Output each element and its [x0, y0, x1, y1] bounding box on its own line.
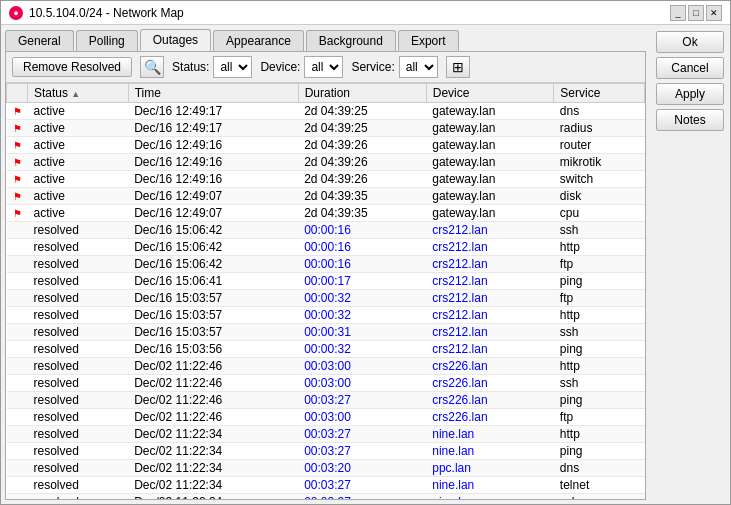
table-row[interactable]: resolved Dec/16 15:06:42 00:00:16 crs212… [7, 222, 645, 239]
remove-resolved-button[interactable]: Remove Resolved [12, 57, 132, 77]
status-filter: Status: all [172, 56, 252, 78]
row-flag [7, 409, 28, 426]
apply-button[interactable]: Apply [656, 83, 724, 105]
row-flag: ⚑ [7, 205, 28, 222]
row-duration: 2d 04:39:35 [298, 205, 426, 222]
status-select[interactable]: all [213, 56, 252, 78]
row-flag [7, 426, 28, 443]
notes-button[interactable]: Notes [656, 109, 724, 131]
table-row[interactable]: resolved Dec/02 11:22:46 00:03:00 crs226… [7, 358, 645, 375]
flag-icon: ⚑ [13, 123, 22, 134]
row-duration: 00:03:00 [298, 409, 426, 426]
table-row[interactable]: resolved Dec/16 15:06:41 00:00:17 crs212… [7, 273, 645, 290]
table-row[interactable]: ⚑ active Dec/16 12:49:16 2d 04:39:26 gat… [7, 154, 645, 171]
row-device: gateway.lan [426, 205, 554, 222]
tab-appearance[interactable]: Appearance [213, 30, 304, 51]
row-device: crs226.lan [426, 409, 554, 426]
table-row[interactable]: ⚑ active Dec/16 12:49:17 2d 04:39:25 gat… [7, 103, 645, 120]
row-status: active [28, 120, 129, 137]
flag-icon: ⚑ [13, 157, 22, 168]
row-time: Dec/16 12:49:16 [128, 137, 298, 154]
table-row[interactable]: resolved Dec/16 15:06:42 00:00:16 crs212… [7, 256, 645, 273]
row-flag [7, 392, 28, 409]
table-row[interactable]: ⚑ active Dec/16 12:49:17 2d 04:39:25 gat… [7, 120, 645, 137]
row-duration: 00:03:27 [298, 426, 426, 443]
table-row[interactable]: resolved Dec/02 11:22:34 00:03:27 nine.l… [7, 477, 645, 494]
toolbar: Remove Resolved 🔍 Status: all Device: al… [6, 52, 645, 83]
table-row[interactable]: resolved Dec/02 11:22:46 00:03:27 crs226… [7, 392, 645, 409]
row-device: crs226.lan [426, 375, 554, 392]
row-status: resolved [28, 273, 129, 290]
table-row[interactable]: resolved Dec/16 15:03:57 00:00:32 crs212… [7, 290, 645, 307]
col-duration[interactable]: Duration [298, 84, 426, 103]
table-row[interactable]: ⚑ active Dec/16 12:49:07 2d 04:39:35 gat… [7, 205, 645, 222]
row-duration: 2d 04:39:25 [298, 120, 426, 137]
row-time: Dec/16 15:06:42 [128, 256, 298, 273]
status-label: Status: [172, 60, 209, 74]
row-duration: 2d 04:39:25 [298, 103, 426, 120]
row-service: telnet [554, 477, 645, 494]
col-time[interactable]: Time [128, 84, 298, 103]
row-duration: 00:00:17 [298, 273, 426, 290]
col-device[interactable]: Device [426, 84, 554, 103]
table-row[interactable]: resolved Dec/16 15:06:42 00:00:16 crs212… [7, 239, 645, 256]
row-device: crs212.lan [426, 341, 554, 358]
row-service: mikrotik [554, 154, 645, 171]
row-status: resolved [28, 239, 129, 256]
tab-outages[interactable]: Outages [140, 29, 211, 51]
ok-button[interactable]: Ok [656, 31, 724, 53]
row-flag: ⚑ [7, 154, 28, 171]
col-status[interactable]: Status ▲ [28, 84, 129, 103]
table-row[interactable]: resolved Dec/02 11:22:34 00:03:20 ppc.la… [7, 460, 645, 477]
cancel-button[interactable]: Cancel [656, 57, 724, 79]
table-row[interactable]: resolved Dec/02 11:22:34 00:03:27 nine.l… [7, 443, 645, 460]
layout-icon-button[interactable]: ⊞ [446, 56, 470, 78]
row-flag [7, 273, 28, 290]
table-row[interactable]: resolved Dec/02 11:22:34 00:03:27 nine.l… [7, 426, 645, 443]
row-time: Dec/02 11:22:46 [128, 358, 298, 375]
table-row[interactable]: resolved Dec/16 15:03:56 00:00:32 crs212… [7, 341, 645, 358]
row-duration: 00:03:27 [298, 494, 426, 500]
table-row[interactable]: resolved Dec/02 11:22:34 00:03:27 nine.l… [7, 494, 645, 500]
close-button[interactable]: ✕ [706, 5, 722, 21]
row-service: ssh [554, 375, 645, 392]
outages-table-container[interactable]: Status ▲ Time Duration Device Service ⚑ … [6, 83, 645, 499]
row-time: Dec/16 12:49:16 [128, 154, 298, 171]
row-time: Dec/02 11:22:34 [128, 460, 298, 477]
row-time: Dec/16 15:03:57 [128, 290, 298, 307]
maximize-button[interactable]: □ [688, 5, 704, 21]
row-device: crs212.lan [426, 239, 554, 256]
table-row[interactable]: ⚑ active Dec/16 12:49:16 2d 04:39:26 gat… [7, 137, 645, 154]
table-header-row: Status ▲ Time Duration Device Service [7, 84, 645, 103]
search-icon-button[interactable]: 🔍 [140, 56, 164, 78]
device-select[interactable]: all [304, 56, 343, 78]
service-select[interactable]: all [399, 56, 438, 78]
row-duration: 2d 04:39:35 [298, 188, 426, 205]
row-time: Dec/02 11:22:34 [128, 494, 298, 500]
row-service: ping [554, 273, 645, 290]
row-duration: 00:00:31 [298, 324, 426, 341]
table-row[interactable]: resolved Dec/16 15:03:57 00:00:31 crs212… [7, 324, 645, 341]
tab-export[interactable]: Export [398, 30, 459, 51]
col-service[interactable]: Service [554, 84, 645, 103]
tab-polling[interactable]: Polling [76, 30, 138, 51]
flag-icon: ⚑ [13, 106, 22, 117]
row-service: ssh [554, 222, 645, 239]
tab-background[interactable]: Background [306, 30, 396, 51]
row-status: active [28, 188, 129, 205]
service-label: Service: [351, 60, 394, 74]
row-status: active [28, 171, 129, 188]
table-row[interactable]: resolved Dec/02 11:22:46 00:03:00 crs226… [7, 409, 645, 426]
table-row[interactable]: resolved Dec/16 15:03:57 00:00:32 crs212… [7, 307, 645, 324]
table-row[interactable]: ⚑ active Dec/16 12:49:16 2d 04:39:26 gat… [7, 171, 645, 188]
row-time: Dec/02 11:22:46 [128, 375, 298, 392]
row-service: ftp [554, 409, 645, 426]
tab-general[interactable]: General [5, 30, 74, 51]
row-status: resolved [28, 341, 129, 358]
table-row[interactable]: ⚑ active Dec/16 12:49:07 2d 04:39:35 gat… [7, 188, 645, 205]
row-duration: 00:00:32 [298, 307, 426, 324]
window-title: 10.5.104.0/24 - Network Map [29, 6, 184, 20]
table-row[interactable]: resolved Dec/02 11:22:46 00:03:00 crs226… [7, 375, 645, 392]
minimize-button[interactable]: _ [670, 5, 686, 21]
main-window: ● 10.5.104.0/24 - Network Map _ □ ✕ Gene… [0, 0, 731, 505]
